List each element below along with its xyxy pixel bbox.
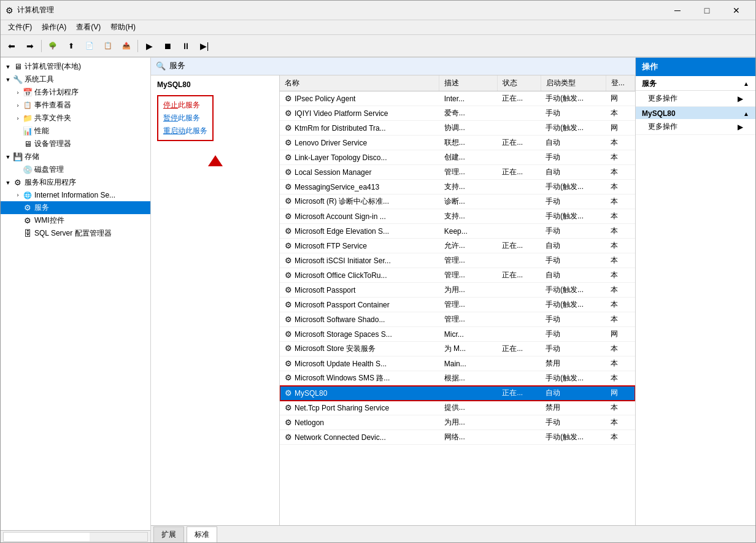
table-row[interactable]: ⚙KtmRm for Distributed Tra...协调...手动(触发.… [280,121,635,136]
more-actions-mysql-text: 更多操作 [648,121,677,132]
svcapp-expand[interactable]: ▼ [3,180,13,186]
close-button[interactable]: ✕ [722,1,750,20]
left-tree-panel: ▼ 🖥 计算机管理(本地) ▼ 🔧 系统工具 › 📅 任务计划程序 › [1,58,151,530]
tree-event-viewer[interactable]: › 📋 事件查看器 [1,99,150,112]
col-header-name[interactable]: 名称 [280,75,439,91]
right-mysql-section[interactable]: MySQL80 ▲ [636,107,755,119]
toolbar-up[interactable]: ⬆ [63,37,80,55]
sys-expand[interactable]: ▼ [3,77,13,83]
table-row[interactable]: ⚙Microsoft Software Shado...管理...手动本 [280,312,635,327]
table-row[interactable]: ⚙Microsoft Windows SMS 路...根据...手动(触发...… [280,371,635,386]
table-row[interactable]: ⚙Microsoft Account Sign-in ...支持...手动(触发… [280,209,635,224]
table-row[interactable]: ⚙MySQL80正在...自动网 [280,386,635,401]
tree-wmi[interactable]: ⚙ WMI控件 [1,214,150,227]
sys-label: 系统工具 [25,74,54,85]
stop-service-link[interactable]: 停止此服务 [163,100,207,110]
gear-icon: ⚙ [285,329,292,339]
toolbar-pause[interactable]: ⏸ [177,37,195,55]
tree-task-scheduler[interactable]: › 📅 任务计划程序 [1,86,150,99]
services-table-container[interactable]: 名称 描述 状态 启动类型 登... ⚙IPsec Policy AgentIn… [280,75,635,525]
toolbar-restart[interactable]: ▶| [196,37,213,55]
event-expand[interactable]: › [13,102,23,109]
window-icon: ⚙ [6,6,14,15]
cell-state [497,283,541,298]
root-expand[interactable]: ▼ [3,64,13,70]
tab-expand[interactable]: 扩展 [153,526,184,542]
shared-icon: 📁 [23,114,33,123]
tree-services-apps[interactable]: ▼ ⚙ 服务和应用程序 [1,176,150,189]
table-row[interactable]: ⚙Microsoft Passport为用...手动(触发...本 [280,283,635,298]
maximize-button[interactable]: □ [693,1,721,20]
toolbar-back[interactable]: ⬅ [3,37,20,55]
shared-expand[interactable]: › [13,115,23,121]
minimize-button[interactable]: ─ [663,1,692,20]
gear-icon: ⚙ [285,168,292,177]
table-row[interactable]: ⚙Microsoft iSCSI Initiator Ser...管理...手动… [280,253,635,268]
table-row[interactable]: ⚙Local Session Manager管理...正在...自动本 [280,165,635,180]
event-label: 事件查看器 [34,100,71,110]
toolbar-show-hide-tree[interactable]: 🌳 [44,37,61,55]
tree-disk-manager[interactable]: 💿 磁盘管理 [1,163,150,176]
tree-sqlserver[interactable]: 🗄 SQL Server 配置管理器 [1,227,150,240]
tab-standard[interactable]: 标准 [187,526,217,542]
table-row[interactable]: ⚙Microsoft (R) 诊断中心标准...诊断...手动本 [280,194,635,209]
menu-file[interactable]: 文件(F) [3,21,37,34]
cell-logon: 本 [606,106,634,121]
gear-icon: ⚙ [285,315,292,324]
cell-state [497,209,541,224]
table-row[interactable]: ⚙MessagingService_ea413支持...手动(触发...本 [280,180,635,194]
table-row[interactable]: ⚙Microsoft Store 安装服务为 M...正在...手动本 [280,342,635,356]
col-header-state[interactable]: 状态 [497,75,541,91]
col-header-desc[interactable]: 描述 [439,75,497,91]
table-row[interactable]: ⚙Microsoft FTP Service允许...正在...自动本 [280,239,635,253]
storage-expand[interactable]: ▼ [3,154,13,160]
table-row[interactable]: ⚙Microsoft Passport Container管理...手动(触发.… [280,298,635,312]
right-more-actions-services[interactable]: 更多操作 ▶ [636,91,755,107]
tree-root[interactable]: ▼ 🖥 计算机管理(本地) [1,60,150,73]
cell-startup: 禁用 [541,356,606,371]
table-row[interactable]: ⚙Microsoft Storage Spaces S...Micr...手动网 [280,327,635,342]
table-row[interactable]: ⚙Lenovo Driver Service联想...正在...自动本 [280,136,635,150]
tree-device-manager[interactable]: 🖥 设备管理器 [1,137,150,150]
table-row[interactable]: ⚙Netlogon为用...手动本 [280,415,635,430]
tree-shared-folders[interactable]: › 📁 共享文件夹 [1,112,150,125]
iis-expand[interactable]: › [13,192,23,198]
tree-services[interactable]: ⚙ 服务 [1,201,150,214]
cell-desc: 管理... [439,268,497,283]
pause-service-link[interactable]: 暂停此服务 [163,113,207,123]
cell-startup: 手动(触发... [541,91,606,106]
table-row[interactable]: ⚙Net.Tcp Port Sharing Service提供...禁用本 [280,401,635,415]
tree-performance[interactable]: 📊 性能 [1,125,150,137]
restart-service-link[interactable]: 重启动此服务 [163,126,207,136]
table-row[interactable]: ⚙Microsoft Office ClickToRu...管理...正在...… [280,268,635,283]
right-services-label[interactable]: 服务 ▲ [636,76,755,91]
cell-state [497,180,541,194]
toolbar-export[interactable]: 📤 [118,37,135,55]
table-row[interactable]: ⚙Link-Layer Topology Disco...创建...手动本 [280,150,635,165]
tree-storage[interactable]: ▼ 💾 存储 [1,150,150,163]
menu-action[interactable]: 操作(A) [37,21,71,34]
col-header-logon[interactable]: 登... [606,75,634,91]
table-row[interactable]: ⚙IQIYI Video Platform Service爱奇...手动本 [280,106,635,121]
toolbar-play[interactable]: ▶ [141,37,158,55]
cell-logon: 本 [606,224,634,239]
tree-system-tools[interactable]: ▼ 🔧 系统工具 [1,73,150,86]
toolbar-properties[interactable]: 📄 [81,37,98,55]
table-row[interactable]: ⚙Microsoft Update Health S...Main...禁用本 [280,356,635,371]
cell-logon: 本 [606,283,634,298]
toolbar-help2[interactable]: 📋 [99,37,117,55]
table-row[interactable]: ⚙IPsec Policy AgentInter...正在...手动(触发...… [280,91,635,106]
table-row[interactable]: ⚙Network Connected Devic...网络...手动(触发...… [280,430,635,445]
toolbar-stop[interactable]: ⏹ [159,37,176,55]
col-header-startup[interactable]: 启动类型 [541,75,606,91]
menu-view[interactable]: 查看(V) [71,21,106,34]
cell-name: ⚙Microsoft Account Sign-in ... [280,209,439,224]
toolbar-forward[interactable]: ➡ [21,37,39,55]
task-expand[interactable]: › [13,90,23,96]
table-row[interactable]: ⚙Microsoft Edge Elevation S...Keep...手动本 [280,224,635,239]
tree-iis[interactable]: › 🌐 Internet Information Se... [1,189,150,201]
right-more-actions-mysql[interactable]: 更多操作 ▶ [636,119,755,135]
menu-help[interactable]: 帮助(H) [106,21,141,34]
toolbar-sep-2 [137,40,138,52]
cell-name: ⚙Microsoft Passport [280,283,439,298]
